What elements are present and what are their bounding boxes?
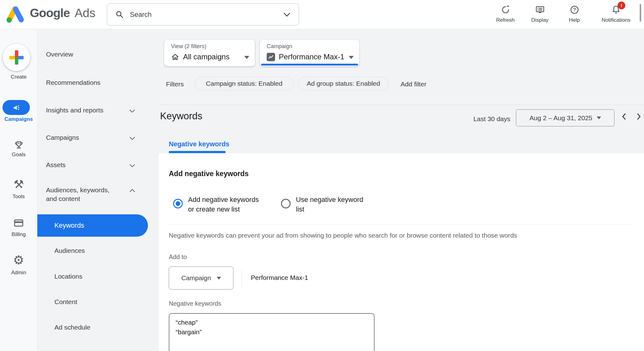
next-period-button[interactable] xyxy=(637,113,642,120)
active-selector-indicator xyxy=(261,64,358,66)
top-app-bar: Google Ads Search Refresh xyxy=(0,0,644,29)
megaphone-icon xyxy=(12,103,21,112)
rail-item-campaigns[interactable] xyxy=(2,100,30,115)
filters-title: Filters xyxy=(166,80,184,88)
tools-icon[interactable]: ⚒ xyxy=(0,177,37,191)
chevron-down-icon[interactable] xyxy=(129,136,135,140)
notifications-label: Notifications xyxy=(594,17,638,23)
google-ads-app: { "topbar": { "brand": {"google": "Googl… xyxy=(0,0,644,351)
search-placeholder: Search xyxy=(130,11,277,19)
bell-icon: ! xyxy=(594,4,638,15)
target-campaign-name: Performance Max-1 xyxy=(251,274,308,281)
add-to-label: Add to xyxy=(169,253,187,261)
scrollbar-thumb[interactable] xyxy=(640,4,641,22)
trophy-icon[interactable] xyxy=(0,139,37,152)
negative-keywords-description: Negative keywords can prevent your ad fr… xyxy=(169,232,517,239)
refresh-label: Refresh xyxy=(490,17,521,23)
vertical-divider xyxy=(242,270,242,287)
display-label: Display xyxy=(524,17,555,23)
sidebar-nav: Overview Recommendations Insights and re… xyxy=(37,29,159,351)
dropdown-arrow-icon xyxy=(217,277,221,280)
radio-add-negative-keywords[interactable] xyxy=(173,199,183,208)
rail-label-campaigns: Campaigns xyxy=(0,116,37,122)
search-input[interactable]: Search xyxy=(107,3,299,25)
brand-google: Google xyxy=(30,6,70,20)
radio-use-negative-keyword-list[interactable] xyxy=(281,199,291,208)
sidebar-item-campaigns[interactable]: Campaigns xyxy=(46,134,79,141)
section-divider xyxy=(159,105,644,105)
credit-card-icon[interactable] xyxy=(0,217,37,229)
campaign-selector[interactable]: Campaign Performance Max-1 xyxy=(260,40,359,66)
view-filter-value: All campaigns xyxy=(183,52,229,61)
add-filter-button[interactable]: Add filter xyxy=(401,80,426,88)
svg-text:?: ? xyxy=(573,7,576,12)
sidebar-item-overview[interactable]: Overview xyxy=(46,51,73,58)
home-icon xyxy=(171,53,179,61)
display-icon xyxy=(524,4,555,15)
radio-add-negative-keywords-label[interactable]: Add negative keywords or create new list xyxy=(188,195,259,214)
tab-negative-keywords[interactable]: Negative keywords xyxy=(169,140,229,148)
filter-chip-campaign-status[interactable]: Campaign status: Enabled xyxy=(195,77,294,90)
refresh-icon xyxy=(490,4,521,15)
radio-label-line1: Use negative keyword xyxy=(296,195,363,204)
view-filter-label: View (2 filters) xyxy=(171,43,206,50)
chevron-up-icon[interactable] xyxy=(129,189,135,193)
sidebar-item-keywords-label: Keywords xyxy=(54,214,84,237)
negative-keywords-field-label: Negative keywords xyxy=(169,300,221,307)
sidebar-item-assets[interactable]: Assets xyxy=(46,161,66,169)
help-icon: ? xyxy=(559,4,590,15)
filter-chip-ad-group-status[interactable]: Ad group status: Enabled xyxy=(298,77,389,90)
level-select-value: Campaign xyxy=(181,274,211,282)
gear-icon[interactable]: ⚙ xyxy=(0,253,37,267)
notification-badge: ! xyxy=(618,2,625,9)
form-divider xyxy=(169,224,634,225)
display-button[interactable]: Display xyxy=(524,4,555,23)
search-icon xyxy=(115,10,124,19)
previous-period-button[interactable] xyxy=(621,113,626,120)
negative-keywords-panel: Add negative keywords Add negative keywo… xyxy=(159,153,644,351)
help-button[interactable]: ? Help xyxy=(559,4,590,23)
radio-label-line1: Add negative keywords xyxy=(188,195,259,204)
chevron-down-icon[interactable] xyxy=(283,12,291,17)
chevron-down-icon[interactable] xyxy=(129,109,135,113)
rail-label-billing: Billing xyxy=(0,231,37,238)
dropdown-arrow-icon xyxy=(597,116,601,119)
sidebar-item-ad-schedule[interactable]: Ad schedule xyxy=(54,324,90,331)
sidebar-item-recommendations[interactable]: Recommendations xyxy=(46,79,100,86)
rail-label-tools: Tools xyxy=(0,194,37,200)
notifications-button[interactable]: ! Notifications xyxy=(594,4,638,23)
performance-max-icon xyxy=(267,53,275,61)
campaign-selector-label: Campaign xyxy=(267,43,292,50)
sidebar-item-locations[interactable]: Locations xyxy=(54,273,82,280)
view-filter-selector[interactable]: View (2 filters) All campaigns xyxy=(164,40,255,66)
navigation-rail: Create Campaigns Goals ⚒ Tools Billing ⚙… xyxy=(0,29,38,351)
page-title: Keywords xyxy=(160,111,202,122)
radio-label-line2: list xyxy=(296,204,363,214)
sidebar-item-keywords-selected[interactable]: Keywords xyxy=(37,214,148,237)
brand-ads: Ads xyxy=(75,6,95,20)
sidebar-item-insights-and-reports[interactable]: Insights and reports xyxy=(46,107,103,114)
panel-heading: Add negative keywords xyxy=(169,170,249,178)
rail-label-admin: Admin xyxy=(0,270,37,276)
date-range-button[interactable]: Aug 2 – Aug 31, 2025 xyxy=(516,109,614,126)
create-button[interactable] xyxy=(3,44,30,71)
google-ads-logo-icon xyxy=(5,5,25,24)
rail-label-goals: Goals xyxy=(0,152,37,158)
level-select-dropdown[interactable]: Campaign xyxy=(169,267,233,289)
campaign-selector-value: Performance Max-1 xyxy=(279,52,344,61)
dropdown-arrow-icon xyxy=(244,56,249,59)
active-tab-indicator xyxy=(169,151,226,153)
sidebar-item-content[interactable]: Content xyxy=(54,298,77,306)
radio-label-line2: or create new list xyxy=(188,204,259,214)
sidebar-item-audiences[interactable]: Audiences xyxy=(54,247,85,254)
date-range-value: Aug 2 – Aug 31, 2025 xyxy=(529,114,592,122)
sidebar-item-audiences-keywords-content[interactable]: Audiences, keywords, and content xyxy=(46,186,113,203)
chevron-down-icon[interactable] xyxy=(129,164,135,168)
create-label: Create xyxy=(0,74,37,80)
refresh-button[interactable]: Refresh xyxy=(490,4,521,23)
radio-use-negative-keyword-list-label[interactable]: Use negative keyword list xyxy=(296,195,363,214)
negative-keywords-textarea[interactable]: “cheap” “bargain” xyxy=(169,313,375,351)
help-label: Help xyxy=(559,17,590,23)
dropdown-arrow-icon xyxy=(349,56,354,59)
date-preset-label: Last 30 days xyxy=(460,115,510,123)
